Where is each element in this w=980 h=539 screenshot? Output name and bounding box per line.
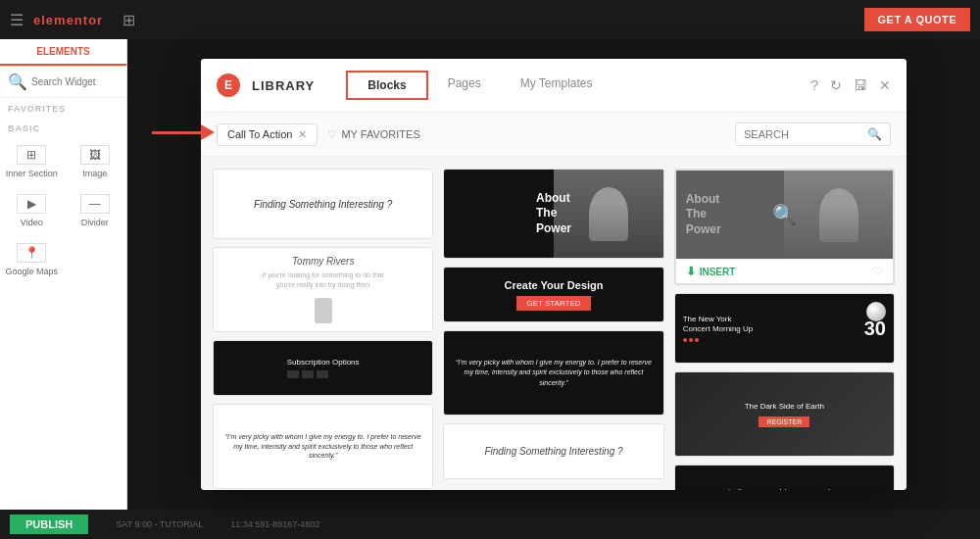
template-card-dark-side[interactable]: The Dark Side of Earth REGISTER <box>674 371 895 457</box>
favorites-button[interactable]: ♡ MY FAVORITES <box>327 128 419 141</box>
red-arrow <box>152 124 215 140</box>
panel-tabs: ELEMENTS <box>0 39 126 67</box>
help-icon[interactable]: ? <box>810 77 818 93</box>
favorites-label: MY FAVORITES <box>341 128 419 140</box>
editor-background: ☰ elementor ⊞ GET A QUOTE ELEMENTS 🔍 FAV… <box>0 0 980 539</box>
template-card-tommy[interactable]: Tommy Rivers if you're looking for somet… <box>213 247 433 332</box>
hamburger-icon[interactable]: ☰ <box>10 11 24 29</box>
dark-side-background <box>675 372 894 456</box>
tab-elements[interactable]: ELEMENTS <box>0 39 126 66</box>
template-preview-finding-1: Finding Something Interesting ? <box>214 170 432 238</box>
template-preview-finding-bottom: Finding Something Interesting ? <box>675 466 894 490</box>
grid-icon[interactable]: ⊞ <box>122 11 135 29</box>
basic-section-title: BASIC <box>0 118 126 137</box>
modal-tabs: Blocks Pages My Templates <box>346 71 612 100</box>
about-gray-wrapper: AboutThePower 🔍 <box>676 171 893 283</box>
heart-icon: ♡ <box>327 128 337 141</box>
panel-search-bar[interactable]: 🔍 <box>0 67 126 98</box>
search-input[interactable] <box>31 76 119 87</box>
template-preview-finding-black: Finding Something Interesting ? <box>444 424 662 478</box>
left-panel: ELEMENTS 🔍 FAVORITES BASIC ⊞ Inner Secti… <box>0 39 127 510</box>
insert-button[interactable]: ⬇ INSERT <box>686 265 736 278</box>
logo-text: elementor <box>33 13 103 27</box>
template-preview-about-black: AboutThePower <box>444 170 662 258</box>
bottom-bar: PUBLISH SAT 9:00 - TUTORIAL 11:34:591-89… <box>0 510 980 539</box>
filter-tag[interactable]: Call To Action ✕ <box>217 123 318 146</box>
divider-icon: — <box>80 194 110 214</box>
video-icon: ▶ <box>17 194 46 214</box>
tab-blocks[interactable]: Blocks <box>346 71 427 100</box>
bottom-info-2: 11:34:591-89167-4802 <box>230 519 319 529</box>
inner-section-icon: ⊞ <box>17 145 46 165</box>
filter-tag-label: Call To Action <box>227 128 292 140</box>
image-item[interactable]: 🖼 Image <box>64 137 127 186</box>
search-icon: 🔍 <box>867 127 882 141</box>
refresh-icon[interactable]: ↻ <box>830 77 842 93</box>
arrow-head <box>201 124 215 140</box>
template-preview-create: Create Your Design GET STARTED <box>444 268 662 321</box>
bottom-info-1: SAT 9:00 - TUTORIAL <box>116 519 203 529</box>
image-label: Image <box>82 169 107 178</box>
search-icon: 🔍 <box>8 73 27 91</box>
modal-overlay: E LIBRARY Blocks Pages My Templates ? ↻ … <box>127 39 980 510</box>
tab-my-templates[interactable]: My Templates <box>501 71 612 100</box>
template-card-finding-black[interactable]: Finding Something Interesting ? <box>443 423 663 479</box>
google-maps-icon: 📍 <box>17 243 46 263</box>
library-title: LIBRARY <box>252 78 315 93</box>
get-quote-button[interactable]: GET A QUOTE <box>864 8 970 31</box>
template-card-subscription[interactable]: Subscription Options <box>213 340 433 396</box>
template-grid: Finding Something Interesting ? Tommy Ri… <box>213 169 895 490</box>
favorites-section-title: FAVORITES <box>0 98 126 118</box>
close-icon[interactable]: ✕ <box>879 77 891 93</box>
insert-bar: ⬇ INSERT ♡ <box>676 259 893 283</box>
tab-pages[interactable]: Pages <box>428 71 501 100</box>
template-preview-quote-white: “I’m very picky with whom I give my ener… <box>214 405 432 488</box>
video-item[interactable]: ▶ Video <box>0 186 64 235</box>
google-maps-item[interactable]: 📍 Google Maps <box>0 235 64 284</box>
modal-header: E LIBRARY Blocks Pages My Templates ? ↻ … <box>201 59 906 113</box>
divider-label: Divider <box>81 218 109 227</box>
template-card-quote-white[interactable]: “I’m very picky with whom I give my ener… <box>213 404 433 489</box>
template-card-about-gray[interactable]: AboutThePower 🔍 <box>674 169 895 285</box>
subscription-controls <box>287 370 360 378</box>
template-preview-dark-side: The Dark Side of Earth REGISTER <box>675 372 894 456</box>
google-maps-label: Google Maps <box>5 267 58 276</box>
template-preview-about-gray: AboutThePower 🔍 <box>676 171 893 259</box>
save-icon[interactable]: 🖫 <box>854 77 867 93</box>
divider-item[interactable]: — Divider <box>64 186 127 235</box>
template-card-create[interactable]: Create Your Design GET STARTED <box>443 267 663 322</box>
library-modal: E LIBRARY Blocks Pages My Templates ? ↻ … <box>201 59 906 490</box>
filter-remove-icon[interactable]: ✕ <box>298 128 307 141</box>
template-search-input[interactable] <box>744 128 861 140</box>
template-card-finding-bottom[interactable]: Finding Something Interesting ? <box>674 465 895 490</box>
zoom-icon: 🔍 <box>772 203 797 226</box>
modal-filter-bar: Call To Action ✕ ♡ MY FAVORITES 🔍 <box>201 113 906 157</box>
inner-section-label: Inner Section <box>6 169 58 178</box>
publish-button[interactable]: PUBLISH <box>10 514 88 534</box>
top-toolbar: ☰ elementor ⊞ GET A QUOTE <box>0 0 980 39</box>
template-preview-subscription: Subscription Options <box>214 341 432 395</box>
favorite-heart-icon[interactable]: ♡ <box>872 265 883 278</box>
concert-ball <box>866 302 886 321</box>
download-icon: ⬇ <box>686 265 696 278</box>
template-preview-quote-black: “I’m very picky with whom I give my ener… <box>444 331 662 415</box>
column-1: Finding Something Interesting ? Tommy Ri… <box>213 169 433 490</box>
arrow-line <box>152 131 201 134</box>
modal-header-actions: ? ↻ 🖫 ✕ <box>810 77 891 93</box>
inner-section-item[interactable]: ⊞ Inner Section <box>0 137 64 186</box>
column-2: AboutThePower Cre <box>443 169 663 490</box>
video-label: Video <box>21 218 43 227</box>
search-bar[interactable]: 🔍 <box>735 122 891 146</box>
library-logo: E <box>217 74 240 97</box>
concert-dots <box>683 338 858 342</box>
tommy-figure <box>315 298 332 323</box>
template-preview-concert: The New York Concert Morning Up 30 <box>675 294 894 363</box>
modal-content[interactable]: Finding Something Interesting ? Tommy Ri… <box>201 157 906 490</box>
template-card-about-black[interactable]: AboutThePower <box>443 169 663 259</box>
template-preview-tommy: Tommy Rivers if you're looking for somet… <box>214 248 432 331</box>
template-card-finding-1[interactable]: Finding Something Interesting ? <box>213 169 433 239</box>
template-card-concert[interactable]: The New York Concert Morning Up 30 <box>674 293 895 364</box>
column-3: AboutThePower 🔍 <box>674 169 895 490</box>
card-hover-overlay: 🔍 <box>676 171 893 259</box>
template-card-quote-black[interactable]: “I’m very picky with whom I give my ener… <box>443 330 663 416</box>
